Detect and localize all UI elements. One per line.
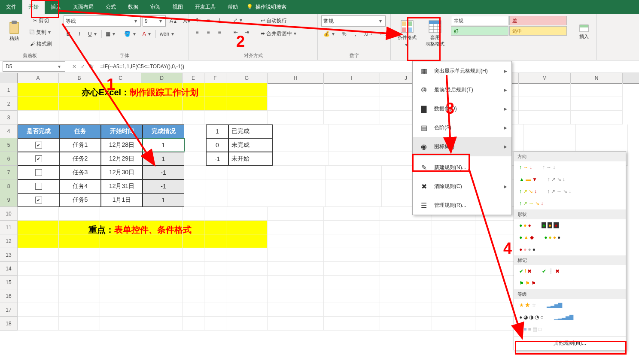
cell[interactable]	[475, 234, 519, 248]
bold-button[interactable]: B	[64, 29, 73, 39]
cell[interactable]: 完成情况	[143, 124, 184, 138]
cell[interactable]: ✔	[18, 152, 59, 166]
cell[interactable]	[226, 276, 268, 289]
cell[interactable]: -1	[143, 179, 184, 193]
cell[interactable]	[183, 276, 204, 289]
iconset-4arrows-gray[interactable]: ↑↗↘↓	[547, 176, 566, 183]
conditional-format-button[interactable]: 条件格式 ▾	[394, 15, 420, 52]
cell[interactable]	[268, 97, 324, 111]
merge-center-button[interactable]: ⬌ 合并后居中 ▾	[259, 28, 319, 39]
iconset-3arrows-colored[interactable]: ↑→↓	[518, 164, 533, 171]
fill-color-button[interactable]: 🪣 ▾	[122, 29, 138, 39]
cell[interactable]	[324, 262, 380, 276]
cell[interactable]	[59, 111, 100, 124]
cell[interactable]	[329, 152, 385, 166]
cancel-formula-icon[interactable]: ✕	[72, 64, 76, 70]
cell[interactable]	[59, 317, 100, 331]
cell[interactable]: 1	[143, 193, 184, 207]
cell[interactable]	[18, 289, 59, 303]
cell[interactable]	[141, 207, 183, 221]
cell[interactable]	[183, 289, 204, 303]
cell[interactable]: 12月28日	[101, 138, 143, 152]
col-header-I[interactable]: I	[324, 73, 380, 83]
cell[interactable]: 1	[143, 152, 184, 166]
cell[interactable]	[204, 97, 226, 111]
iconset-3flags[interactable]: ⚑⚑⚑	[518, 279, 537, 287]
cell[interactable]	[226, 289, 268, 303]
cell[interactable]: -1	[143, 166, 184, 179]
insert-cells-button[interactable]: 插入	[575, 15, 593, 46]
cell[interactable]	[183, 97, 204, 111]
tab-layout[interactable]: 页面布局	[67, 0, 100, 14]
cell[interactable]: 12月29日	[101, 152, 143, 166]
cell[interactable]: 1月1日	[101, 193, 143, 207]
iconset-3symbols-circled[interactable]: ✔!✖	[518, 267, 532, 275]
cell[interactable]	[59, 262, 100, 276]
cell[interactable]	[432, 289, 475, 303]
cell[interactable]	[183, 303, 204, 317]
cell[interactable]	[380, 221, 432, 234]
cf-menu-item[interactable]: ▤色阶(S)▶	[413, 118, 511, 137]
cell[interactable]	[18, 276, 59, 289]
cell[interactable]	[324, 234, 380, 248]
row-header[interactable]: 17	[0, 303, 18, 317]
cell[interactable]	[326, 193, 382, 207]
iconset-5arrows-gray[interactable]: ↑↗→↘↓	[546, 188, 572, 195]
cell[interactable]	[204, 262, 226, 276]
cell[interactable]	[183, 234, 204, 248]
cell[interactable]	[184, 179, 206, 193]
align-left-button[interactable]: ≡	[192, 27, 202, 37]
cell[interactable]	[324, 221, 380, 234]
font-color-button[interactable]: A ▾	[140, 29, 154, 39]
cell[interactable]: 是否完成	[18, 124, 59, 138]
cell[interactable]	[576, 138, 628, 152]
cell[interactable]	[475, 276, 519, 289]
cell[interactable]	[141, 303, 183, 317]
checkbox[interactable]: ✔	[35, 142, 42, 149]
cell[interactable]	[324, 248, 380, 262]
cell[interactable]	[18, 111, 59, 124]
cell[interactable]	[524, 124, 576, 138]
cell[interactable]	[59, 207, 100, 221]
tab-help[interactable]: 帮助	[222, 0, 244, 14]
tab-formula[interactable]: 公式	[100, 0, 122, 14]
cell[interactable]	[100, 234, 141, 248]
cell[interactable]	[226, 303, 268, 317]
row-header[interactable]: 5	[0, 138, 18, 152]
tab-review[interactable]: 审阅	[144, 0, 167, 14]
cell[interactable]	[59, 248, 100, 262]
cell[interactable]	[571, 111, 623, 124]
cell[interactable]	[380, 289, 432, 303]
wrap-text-button[interactable]: ↩ 自动换行	[259, 15, 310, 26]
cell[interactable]	[226, 317, 268, 331]
cell[interactable]	[18, 234, 59, 248]
cell[interactable]	[273, 138, 329, 152]
col-header-G[interactable]: G	[226, 73, 268, 83]
formula-input[interactable]: =IF(--A5=1,1,IF(C5<=TODAY(),0,-1))	[97, 62, 639, 71]
cell[interactable]: 1	[206, 124, 228, 138]
cf-menu-item[interactable]: ◉图标集(I)▶	[413, 137, 511, 156]
cell[interactable]	[206, 179, 228, 193]
cell[interactable]	[324, 289, 380, 303]
iconset-3trafficlights[interactable]: ●●●	[518, 221, 532, 229]
format-painter-button[interactable]: 🖌 格式刷	[27, 39, 55, 49]
cell[interactable]	[226, 207, 268, 221]
cut-button[interactable]: ✂ 剪切	[27, 15, 55, 26]
cell[interactable]	[59, 289, 100, 303]
select-all-corner[interactable]	[0, 73, 18, 83]
tab-data[interactable]: 数据	[122, 0, 144, 14]
font-size-select[interactable]: 9▾	[143, 15, 166, 27]
cell[interactable]: 任务5	[59, 193, 101, 207]
align-center-button[interactable]: ≡	[204, 27, 213, 37]
cell-style-normal[interactable]: 常规	[451, 16, 508, 25]
row-header[interactable]: 9	[0, 193, 18, 207]
cell[interactable]	[519, 83, 571, 97]
cell[interactable]	[100, 262, 141, 276]
cell[interactable]	[432, 234, 475, 248]
cell[interactable]	[324, 207, 380, 221]
cell[interactable]	[268, 111, 324, 124]
cell[interactable]	[18, 317, 59, 331]
cf-menu-item[interactable]: ⑩最前/最后规则(T)▶	[413, 80, 511, 99]
cell[interactable]	[432, 248, 475, 262]
cell[interactable]	[184, 152, 206, 166]
